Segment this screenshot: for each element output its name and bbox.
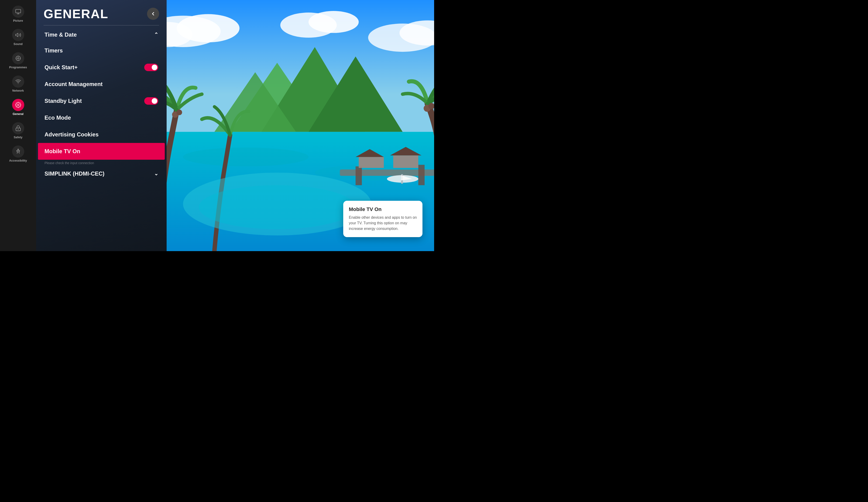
main-header: GENERAL [36, 0, 167, 23]
sidebar-label-accessibility: Accessibility [9, 159, 27, 162]
sidebar-label-general: General [13, 112, 23, 116]
time-date-label: Time & Date [44, 31, 77, 38]
timers-label: Timers [44, 47, 63, 54]
sidebar-item-network[interactable]: Network [0, 72, 36, 95]
page-title: GENERAL [44, 7, 108, 21]
menu-item-timers[interactable]: Timers [36, 42, 167, 59]
menu-item-simplink[interactable]: SIMPLINK (HDMI-CEC) ⌄ [36, 166, 167, 181]
svg-point-28 [183, 147, 309, 166]
general-icon [12, 99, 24, 111]
simplink-label: SIMPLINK (HDMI-CEC) [44, 171, 104, 177]
svg-point-5 [17, 58, 19, 59]
svg-rect-31 [355, 166, 362, 185]
network-icon [12, 75, 24, 88]
sidebar-item-sound[interactable]: Sound [0, 25, 36, 49]
tooltip-title: Mobile TV On [349, 206, 417, 213]
mobile-tv-on-label: Mobile TV On [44, 148, 80, 155]
main-panel: GENERAL Time & Date ⌃ Timers Quick Start… [36, 0, 167, 251]
svg-point-14 [18, 149, 18, 150]
input-hint: Please check the input connection [36, 160, 167, 166]
svg-point-20 [309, 11, 359, 33]
menu-item-account-management[interactable]: Account Management [36, 76, 167, 93]
tooltip-body: Enable other devices and apps to turn on… [349, 215, 417, 232]
eco-mode-label: Eco Mode [44, 114, 71, 121]
svg-point-11 [17, 104, 19, 106]
menu-item-quick-start[interactable]: Quick Start+ [36, 59, 167, 76]
svg-marker-3 [16, 33, 18, 37]
quick-start-toggle[interactable] [144, 64, 158, 71]
menu-item-advertising-cookies[interactable]: Advertising Cookies [36, 126, 167, 143]
programmes-icon [12, 52, 24, 64]
menu-item-time-date[interactable]: Time & Date ⌃ [36, 25, 167, 42]
sidebar-item-picture[interactable]: Picture [0, 2, 36, 25]
standby-light-toggle[interactable] [144, 97, 158, 105]
quick-start-label: Quick Start+ [44, 64, 78, 71]
svg-rect-32 [418, 165, 425, 185]
sidebar-label-programmes: Programmes [9, 66, 27, 69]
svg-point-10 [18, 83, 18, 84]
sidebar-item-programmes[interactable]: Programmes [0, 49, 36, 72]
right-panel: Mobile TV On Enable other devices and ap… [167, 0, 434, 251]
sidebar-item-accessibility[interactable]: Accessibility [0, 142, 36, 165]
sound-icon [12, 29, 24, 41]
picture-icon [12, 6, 24, 18]
sidebar: Picture Sound Programmes [0, 0, 36, 251]
back-button[interactable] [147, 8, 159, 20]
sidebar-item-general[interactable]: General [0, 95, 36, 119]
svg-point-13 [18, 129, 18, 130]
account-management-label: Account Management [44, 81, 103, 88]
sidebar-label-picture: Picture [13, 19, 23, 22]
sidebar-label-sound: Sound [13, 42, 23, 46]
tooltip-card: Mobile TV On Enable other devices and ap… [343, 201, 423, 237]
sidebar-label-network: Network [12, 89, 24, 92]
svg-point-45 [199, 185, 355, 229]
standby-light-label: Standby Light [44, 98, 82, 104]
menu-list: Time & Date ⌃ Timers Quick Start+ Accoun… [36, 25, 167, 251]
svg-rect-33 [359, 157, 384, 168]
advertising-cookies-label: Advertising Cookies [44, 131, 99, 138]
menu-item-standby-light[interactable]: Standby Light [36, 93, 167, 109]
menu-item-mobile-tv-on[interactable]: Mobile TV On [38, 143, 165, 160]
svg-point-41 [176, 110, 182, 115]
chevron-up-icon: ⌃ [154, 32, 158, 38]
svg-rect-35 [393, 155, 418, 168]
svg-rect-0 [16, 9, 21, 13]
safety-icon [12, 122, 24, 134]
menu-item-eco-mode[interactable]: Eco Mode [36, 109, 167, 126]
chevron-down-icon: ⌄ [154, 171, 158, 177]
sidebar-item-safety[interactable]: Safety [0, 119, 36, 142]
accessibility-icon [12, 145, 24, 157]
sidebar-label-safety: Safety [14, 136, 23, 139]
